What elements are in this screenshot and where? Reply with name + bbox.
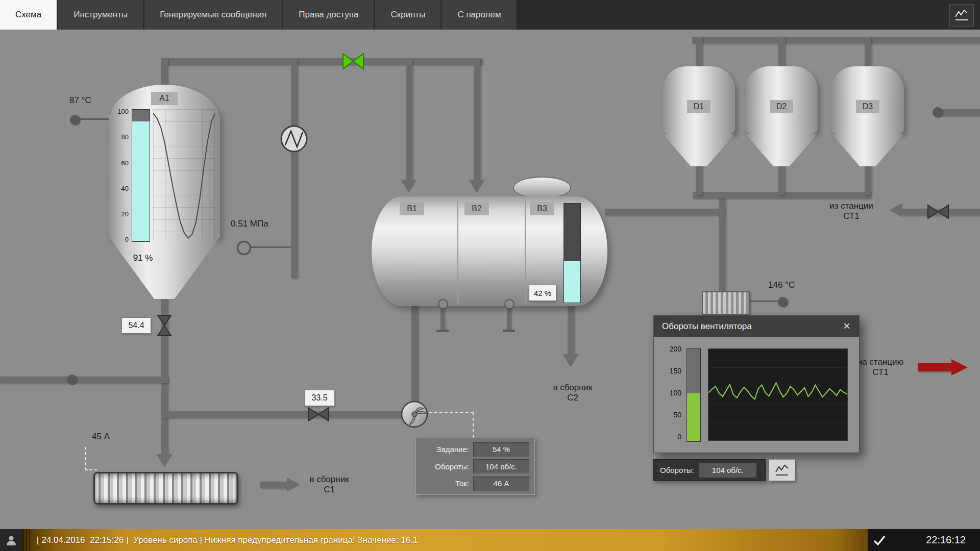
pipe-segment [291,58,298,278]
pipe-segment [865,162,871,195]
tank-b2-label: B2 [464,202,489,215]
pipe-segment [605,209,725,215]
conveyor-connector [85,447,86,470]
tank-d1-cone [663,134,735,166]
pipe-segment [692,37,980,43]
tank-d2-label: D2 [770,100,793,113]
tank-a1-cone [109,237,220,299]
pressure-label: 0.51 МПа [231,219,268,229]
tab-access-rights[interactable]: Права доступа [283,0,374,30]
pipe-flange [436,330,449,332]
to-c1-line2: С1 [299,485,360,495]
scale-tick: 80 [111,133,129,141]
tank-a1-level-fill [132,121,150,241]
pipe-flange [503,330,515,332]
fan-speed-field: Обороты: 104 об/с. [653,459,766,481]
temp-heater-label: 146 °C [768,280,795,290]
tab-tools[interactable]: Инструменты [58,0,143,30]
to-c2-label: в сборник С2 [542,383,603,403]
tab-password[interactable]: С паролем [442,0,516,30]
trend-icon-button[interactable] [949,4,974,27]
panel-row-label: Ток: [420,479,469,488]
temp-sensor-a1 [70,115,80,125]
alarm-banner[interactable]: [ 24.04.2016 22:15:26 ] Уровень сиропа |… [22,529,868,551]
valve-main-inlet[interactable] [342,53,364,70]
tank-d3-label: D3 [856,100,879,113]
conveyor-current-label: 45 А [92,432,110,442]
tab-scheme[interactable]: Схема [0,0,57,30]
valve-b-line[interactable] [307,407,330,422]
tank-d3-cone [831,134,904,166]
panel-row-value: 46 А [473,477,529,491]
tank-b-seam [525,198,526,304]
close-icon[interactable]: × [840,319,854,333]
panel-row-value: 104 об/с. [473,459,529,473]
pipe-port [67,374,77,385]
popup-title[interactable]: Обороты вентилятора [654,316,859,337]
tank-b-port [438,299,448,309]
pressure-sensor [237,241,251,255]
pipe-segment [865,37,871,68]
fan-speed-gauge-fill [687,393,700,441]
valve-b-setpoint[interactable]: 33.5 [304,390,335,406]
tank-d1-label: D1 [687,100,710,113]
from-station-line2: СТ1 [815,211,888,221]
tank-a1-trend [153,109,215,241]
sensor-line [251,246,292,248]
tank-b-manhole [513,177,571,199]
tank-b3-label: B3 [530,202,554,215]
screw-conveyor[interactable] [93,472,238,505]
pipe-segment [411,305,418,402]
pipe-stub [507,306,511,330]
tab-scripts[interactable]: Скрипты [375,0,440,30]
pipe-segment [719,195,725,293]
tank-b-level-text: 42 % [529,285,556,301]
to-c2-line1: в сборник [542,383,603,393]
from-station-line1: из станции [815,201,888,211]
to-c2-line2: С2 [542,393,603,403]
sensor-line [79,118,110,120]
fan-speed-chart [708,348,848,441]
tank-a1-level-gauge [132,109,150,242]
tab-bar: Схема Инструменты Генерируемые сообщения… [0,0,980,30]
pipe-segment [161,411,404,418]
panel-row: Обороты: 104 об/с. [420,459,530,473]
pipe-port [933,107,943,117]
scale-tick: 0 [111,236,129,243]
pipe-stub [440,306,445,330]
pipe-segment [778,162,785,195]
trend-icon [774,464,790,477]
valve-a1-setpoint[interactable]: 54.4 [121,317,151,334]
clock: 22:16:12 [926,529,966,551]
status-bar: [ 24.04.2016 22:15:26 ] Уровень сиропа |… [0,529,980,551]
temp-a1-label: 87 °C [69,95,91,106]
user-icon [5,534,17,546]
conveyor-connector [85,469,97,470]
flow-arrow-to-c2 [562,354,579,367]
valve-station-ct1[interactable] [927,204,949,219]
pump-icon[interactable] [400,400,429,429]
tank-b-port [504,299,514,309]
popup-scale-tick: 100 [659,389,681,397]
panel-row-label: Обороты: [420,462,469,471]
valve-a1-drain[interactable] [157,314,172,337]
alarm-message: [ 24.04.2016 22:15:26 ] Уровень сиропа |… [37,529,418,551]
fan-speed-field-value[interactable]: 104 об/с. [699,463,756,478]
ack-check-button[interactable] [872,533,887,548]
tank-b-level-fill [564,261,580,303]
fan-trend-button[interactable] [769,459,795,481]
popup-scale-tick: 200 [659,345,681,353]
tab-messages[interactable]: Генерируемые сообщения [144,0,282,30]
alarm-grip [22,529,32,551]
check-icon [873,534,886,546]
pipe-stub [260,482,288,488]
popup-scale-tick: 50 [659,411,681,419]
flow-arrow-into-b2 [469,180,485,193]
heater-element [702,291,750,315]
to-c1-label: в сборник С1 [299,474,360,495]
to-c1-line1: в сборник [299,474,360,485]
pump-panel-connector [473,412,474,438]
pump-info-panel: Задание: 54 % Обороты: 104 об/с. Ток: 46… [415,438,535,495]
user-button[interactable] [0,529,22,551]
pipe-segment [161,58,168,88]
